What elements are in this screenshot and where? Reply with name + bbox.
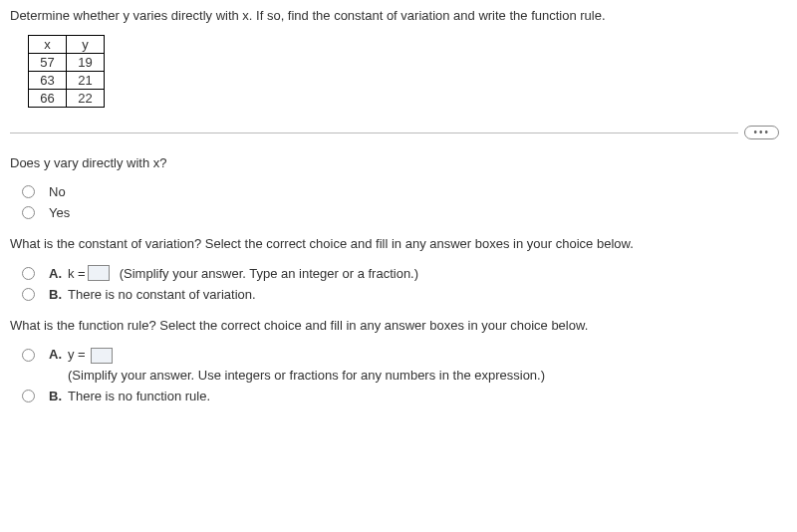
- table-cell: 63: [29, 72, 67, 90]
- table-cell: 22: [67, 90, 105, 108]
- q3-prompt: What is the function rule? Select the co…: [10, 318, 797, 333]
- q1-option-yes[interactable]: Yes: [22, 205, 797, 220]
- radio-icon[interactable]: [22, 349, 35, 362]
- q2-option-b[interactable]: B. There is no constant of variation.: [22, 287, 797, 302]
- more-button[interactable]: •••: [744, 126, 779, 139]
- option-text: There is no constant of variation.: [68, 287, 256, 302]
- q2-option-a[interactable]: A. k = (Simplify your answer. Type an in…: [22, 265, 797, 281]
- radio-icon[interactable]: [22, 267, 35, 280]
- radio-icon[interactable]: [22, 185, 35, 198]
- radio-icon[interactable]: [22, 390, 35, 402]
- table-cell: 57: [29, 54, 67, 72]
- q1-radio-group: No Yes: [22, 184, 797, 220]
- q3-option-a[interactable]: A. y = (Simplify your answer. Use intege…: [22, 347, 797, 383]
- table-header-y: y: [67, 36, 105, 54]
- q1-option-no[interactable]: No: [22, 184, 797, 199]
- table-header-x: x: [29, 36, 67, 54]
- radio-label: No: [49, 184, 66, 199]
- option-letter: A.: [49, 266, 62, 281]
- divider-line: [10, 133, 738, 133]
- data-table: x y 57 19 63 21 66 22: [28, 35, 105, 108]
- option-letter: B.: [49, 389, 62, 403]
- option-letter: A.: [49, 347, 62, 362]
- k-input[interactable]: [88, 265, 110, 281]
- y-equals-label: y =: [68, 347, 86, 362]
- table-cell: 21: [67, 72, 105, 90]
- section-divider: •••: [10, 126, 797, 139]
- k-equals-label: k =: [68, 266, 86, 281]
- q1-prompt: Does y vary directly with x?: [10, 155, 797, 170]
- radio-icon[interactable]: [22, 206, 35, 219]
- table-cell: 66: [29, 90, 67, 108]
- table-row: x y: [29, 36, 105, 54]
- table-cell: 19: [67, 54, 105, 72]
- radio-label: Yes: [49, 205, 70, 220]
- table-row: 57 19: [29, 54, 105, 72]
- hint-text: (Simplify your answer. Use integers or f…: [68, 368, 545, 383]
- y-input[interactable]: [91, 348, 113, 364]
- option-text: There is no function rule.: [68, 389, 210, 403]
- hint-text: (Simplify your answer. Type an integer o…: [120, 266, 418, 281]
- q3-radio-group: A. y = (Simplify your answer. Use intege…: [22, 347, 797, 403]
- table-row: 66 22: [29, 90, 105, 108]
- q2-prompt: What is the constant of variation? Selec…: [10, 236, 797, 251]
- option-letter: B.: [49, 287, 62, 302]
- q3-option-b[interactable]: B. There is no function rule.: [22, 389, 797, 403]
- question-prompt: Determine whether y varies directly with…: [10, 8, 797, 23]
- q2-radio-group: A. k = (Simplify your answer. Type an in…: [22, 265, 797, 302]
- radio-icon[interactable]: [22, 288, 35, 301]
- table-row: 63 21: [29, 72, 105, 90]
